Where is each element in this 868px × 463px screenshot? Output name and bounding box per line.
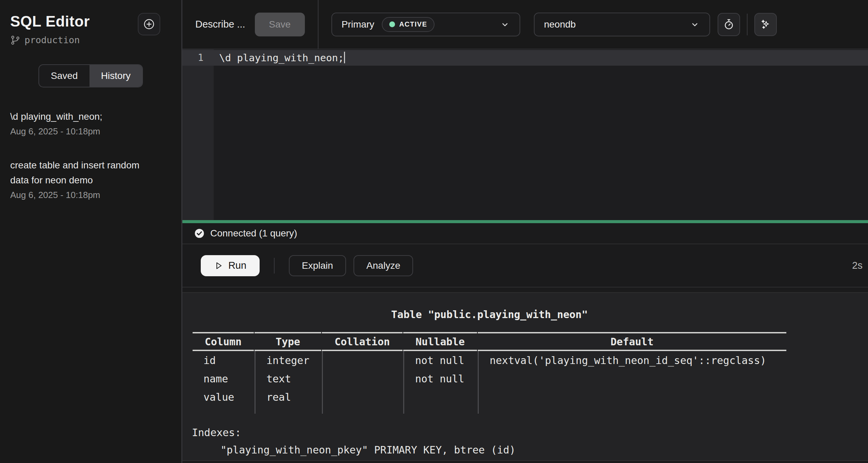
status-dot-icon [389,21,395,27]
table-cell: text [255,369,321,388]
plus-circle-icon [143,18,155,31]
history-item-title: \d playing_with_neon; [10,109,160,124]
sparkles-icon [759,18,772,31]
table-row: id integer not null nextval('playing_wit… [193,351,786,369]
query-toolbar: Run Explain Analyze 2s [182,244,868,287]
indexes-label: Indexes: [192,424,787,441]
table-cell: integer [255,351,321,369]
code-text: \d playing_with_neon; [219,52,344,64]
ai-assist-button[interactable] [754,13,777,36]
bottom-strip [182,460,868,463]
history-item-timestamp: Aug 6, 2025 - 10:18pm [10,190,171,200]
results-table-title: Table "public.playing_with_neon" [192,309,787,320]
table-cell: not null [403,351,477,369]
table-cell: id [193,351,254,369]
sidebar-header: SQL Editor production [10,13,171,45]
table-cell: not null [403,369,477,388]
database-selector-dropdown[interactable]: neondb [534,13,710,36]
connection-status-text: Connected (1 query) [210,228,297,239]
history-item[interactable]: \d playing_with_neon; Aug 6, 2025 - 10:1… [10,109,171,137]
table-cell [322,388,403,406]
editor-pane: Describe ... Save Primary ACTIVE neondb [181,0,868,463]
column-header: Default [478,332,786,351]
table-row: name text not null [193,369,786,388]
table-cell: real [255,388,321,406]
index-definition: "playing_with_neon_pkey" PRIMARY KEY, bt… [192,441,787,459]
analyze-button[interactable]: Analyze [354,255,413,276]
history-list: \d playing_with_neon; Aug 6, 2025 - 10:1… [10,109,171,221]
toolbar-divider [274,258,275,274]
pane-header: Describe ... Save Primary ACTIVE neondb [182,0,868,49]
column-header: Column [193,332,254,351]
tab-saved[interactable]: Saved [39,65,89,87]
saved-history-toggle: Saved History [38,64,143,87]
database-selector-label: neondb [544,19,576,30]
query-timing-button[interactable] [718,13,740,36]
stopwatch-icon [723,18,735,31]
query-title: Describe ... [195,19,245,30]
branch-status-text: ACTIVE [399,20,427,28]
history-item-timestamp: Aug 6, 2025 - 10:18pm [10,126,171,137]
pane-resize-handle[interactable] [182,220,868,223]
table-cell [478,388,786,406]
results-table: Column Type Collation Nullable Default i… [192,332,787,414]
table-cell: name [193,369,254,388]
page-title: SQL Editor [10,13,90,30]
tab-history[interactable]: History [89,65,142,87]
column-header: Collation [322,332,403,351]
chevron-down-icon [500,19,510,30]
branch-indicator: production [10,35,90,45]
play-icon [214,261,224,270]
sidebar: SQL Editor production Saved Hi [0,0,181,463]
column-header: Nullable [403,332,477,351]
table-cell: value [193,388,254,406]
save-button[interactable]: Save [255,13,305,36]
table-header-row: Column Type Collation Nullable Default [193,332,786,351]
column-header: Type [255,332,321,351]
query-results-panel: Table "public.playing_with_neon" Column … [182,293,868,460]
query-duration: 2s [852,260,864,271]
header-divider [747,14,748,35]
history-item[interactable]: create table and insert random data for … [10,158,171,200]
code-line[interactable]: \d playing_with_neon; [214,50,345,66]
sql-code-editor[interactable]: 1 \d playing_with_neon; [182,49,868,220]
connection-status-bar: Connected (1 query) [182,223,868,244]
branch-name: production [24,35,80,45]
results-gap-strip [182,287,868,293]
run-button[interactable]: Run [201,255,260,276]
indexes-block: Indexes: "playing_with_neon_pkey" PRIMAR… [192,424,787,459]
header-divider [318,0,318,49]
branch-selector-label: Primary [342,19,374,30]
table-row-extension [193,406,786,414]
branch-selector-dropdown[interactable]: Primary ACTIVE [331,13,520,36]
table-cell: nextval('playing_with_neon_id_seq'::regc… [478,351,786,369]
line-number: 1 [182,50,214,66]
history-item-title: create table and insert random data for … [10,158,160,188]
explain-button[interactable]: Explain [289,255,346,276]
git-branch-icon [10,35,20,45]
branch-status-badge: ACTIVE [382,17,435,32]
editor-gutter [182,49,214,220]
text-cursor [344,52,345,63]
table-cell [478,369,786,388]
table-cell [322,351,403,369]
table-cell [322,369,403,388]
new-query-button[interactable] [138,13,160,35]
check-circle-icon [194,228,205,239]
run-button-label: Run [228,260,246,271]
chevron-down-icon [690,19,700,30]
table-cell [403,388,477,406]
table-row: value real [193,388,786,406]
